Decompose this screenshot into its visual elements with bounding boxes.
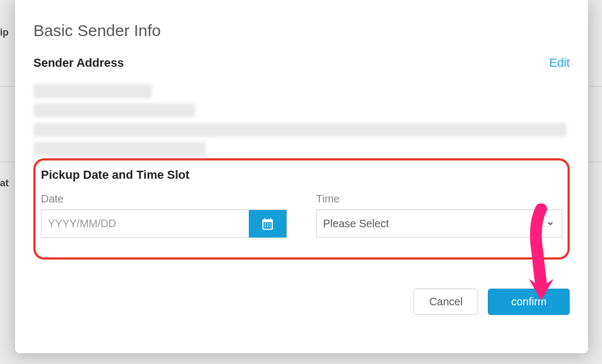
date-field-label: Date — [41, 193, 287, 205]
edit-address-link[interactable]: Edit — [549, 56, 570, 70]
calendar-picker-button[interactable] — [249, 210, 286, 237]
sender-info-modal: Basic Sender Info Sender Address Edit Pi… — [15, 0, 588, 353]
confirm-button[interactable]: confirm — [488, 289, 570, 315]
redacted-address-block — [33, 84, 570, 154]
date-input-group — [41, 209, 287, 238]
modal-title: Basic Sender Info — [33, 22, 570, 40]
date-input[interactable] — [41, 210, 249, 237]
sender-address-heading: Sender Address — [33, 56, 124, 70]
time-select[interactable]: Please Select — [316, 209, 562, 237]
modal-button-row: Cancel confirm — [33, 289, 570, 315]
background-text-fragment: at — [0, 178, 9, 189]
pickup-date-time-section: Pickup Date and Time Slot Date Time — [33, 158, 570, 260]
background-text-fragment: ip — [0, 27, 9, 38]
cancel-button[interactable]: Cancel — [414, 289, 478, 315]
calendar-icon — [261, 217, 275, 231]
pickup-section-title: Pickup Date and Time Slot — [41, 168, 562, 182]
time-field-label: Time — [316, 193, 562, 205]
